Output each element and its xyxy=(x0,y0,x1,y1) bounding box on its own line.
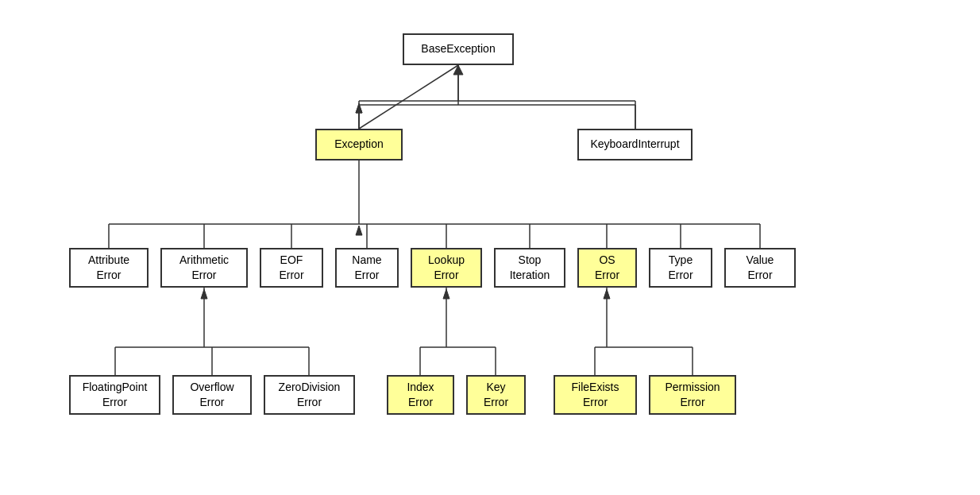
attribute-error-node: AttributeError xyxy=(69,248,149,288)
keyboard-interrupt-node: KeyboardInterrupt xyxy=(577,129,693,160)
index-error-node: IndexError xyxy=(387,375,454,415)
os-error-node: OSError xyxy=(577,248,637,288)
svg-marker-30 xyxy=(201,289,207,299)
eof-error-node: EOFError xyxy=(260,248,323,288)
type-error-node: TypeError xyxy=(649,248,712,288)
stop-iteration-node: StopIteration xyxy=(494,248,565,288)
zero-division-error-node: ZeroDivisionError xyxy=(264,375,355,415)
lookup-error-node: LookupError xyxy=(411,248,482,288)
key-error-node: KeyError xyxy=(466,375,526,415)
name-error-node: NameError xyxy=(335,248,399,288)
svg-marker-11 xyxy=(356,103,362,113)
overflow-error-node: OverflowError xyxy=(172,375,252,415)
base-exception-node: BaseException xyxy=(403,33,514,65)
svg-line-0 xyxy=(359,65,458,129)
floating-point-error-node: FloatingPointError xyxy=(69,375,160,415)
svg-marker-35 xyxy=(443,289,449,299)
file-exists-error-node: FileExistsError xyxy=(554,375,637,415)
svg-marker-6 xyxy=(356,105,362,113)
value-error-node: ValueError xyxy=(724,248,796,288)
exception-hierarchy-diagram: BaseException Exception KeyboardInterrup… xyxy=(53,17,927,478)
svg-marker-40 xyxy=(604,289,610,299)
arithmetic-error-node: ArithmeticError xyxy=(160,248,248,288)
svg-marker-1 xyxy=(453,65,463,75)
svg-marker-24 xyxy=(356,226,362,235)
permission-error-node: PermissionError xyxy=(649,375,736,415)
exception-node: Exception xyxy=(315,129,403,160)
